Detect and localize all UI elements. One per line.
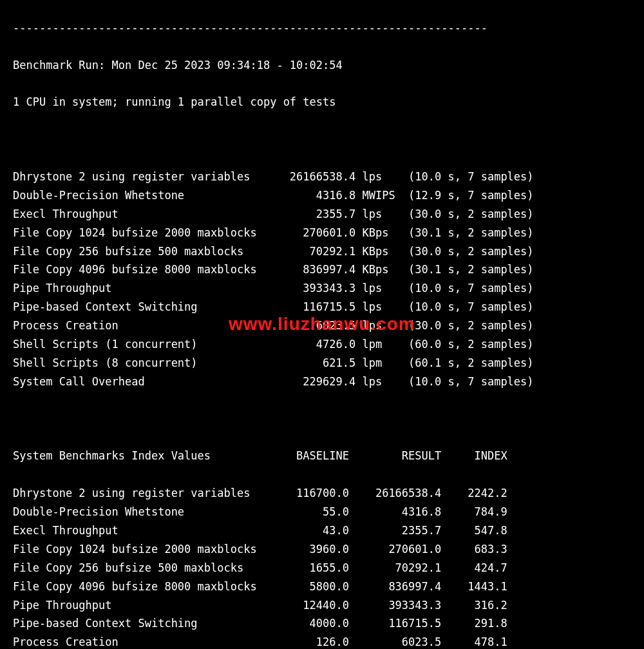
- index-line: File Copy 256 bufsize 500 maxblocks 1655…: [13, 559, 631, 577]
- index-line: Process Creation 126.0 6023.5 478.1: [13, 633, 631, 649]
- benchmark-run-line: Benchmark Run: Mon Dec 25 2023 09:34:18 …: [13, 56, 631, 75]
- index-block: Dhrystone 2 using register variables 116…: [13, 484, 631, 649]
- result-line: Process Creation 6023.5 lps (30.0 s, 2 s…: [13, 316, 631, 335]
- blank-line: [13, 410, 631, 429]
- index-line: Dhrystone 2 using register variables 116…: [13, 484, 631, 503]
- index-line: Execl Throughput 43.0 2355.7 547.8: [13, 521, 631, 540]
- result-line: File Copy 1024 bufsize 2000 maxblocks 27…: [13, 224, 631, 242]
- index-line: File Copy 1024 bufsize 2000 maxblocks 39…: [13, 540, 631, 559]
- result-line: File Copy 4096 bufsize 8000 maxblocks 83…: [13, 260, 631, 279]
- result-line: Execl Throughput 2355.7 lps (30.0 s, 2 s…: [13, 205, 631, 224]
- result-line: File Copy 256 bufsize 500 maxblocks 7029…: [13, 242, 631, 261]
- result-line: Pipe Throughput 393343.3 lps (10.0 s, 7 …: [13, 279, 631, 298]
- result-line: Shell Scripts (1 concurrent) 4726.0 lpm …: [13, 335, 631, 354]
- result-line: System Call Overhead 229629.4 lps (10.0 …: [13, 373, 631, 391]
- divider-line: ----------------------------------------…: [13, 19, 631, 37]
- index-line: Pipe-based Context Switching 4000.0 1167…: [13, 614, 631, 633]
- index-header-line: System Benchmarks Index Values BASELINE …: [13, 447, 631, 465]
- result-line: Dhrystone 2 using register variables 261…: [13, 168, 631, 186]
- blank-line: [13, 130, 631, 149]
- result-line: Shell Scripts (8 concurrent) 621.5 lpm (…: [13, 354, 631, 373]
- index-line: File Copy 4096 bufsize 8000 maxblocks 58…: [13, 577, 631, 596]
- results-block: Dhrystone 2 using register variables 261…: [13, 168, 631, 391]
- terminal-output: ----------------------------------------…: [0, 0, 644, 649]
- result-line: Pipe-based Context Switching 116715.5 lp…: [13, 298, 631, 316]
- cpu-line: 1 CPU in system; running 1 parallel copy…: [13, 93, 631, 111]
- index-line: Pipe Throughput 12440.0 393343.3 316.2: [13, 596, 631, 615]
- index-line: Double-Precision Whetstone 55.0 4316.8 7…: [13, 503, 631, 521]
- result-line: Double-Precision Whetstone 4316.8 MWIPS …: [13, 186, 631, 205]
